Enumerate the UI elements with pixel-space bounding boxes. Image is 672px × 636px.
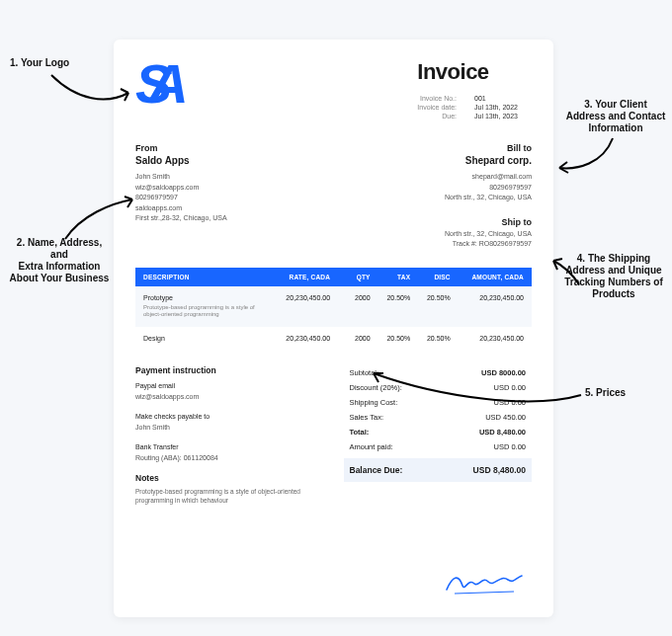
paid-label: Amount paid: [350, 442, 393, 451]
row-tax: 20.50% [371, 294, 411, 301]
checks-value: John Smith [135, 423, 324, 434]
arrow-icon [553, 134, 623, 178]
invoice-title: Invoice [417, 59, 532, 85]
notes-text: Prototype-based programming is a style o… [135, 487, 323, 505]
billto-heading: Bill to [445, 143, 532, 153]
from-line: wiz@saldoapps.com [135, 183, 227, 194]
row-disc: 20.50% [410, 294, 451, 301]
annotation-2: 2. Name, Address, and Extra Information … [0, 237, 119, 284]
from-line: 80296979597 [135, 193, 227, 203]
invoice-date-label: Invoice date: [417, 104, 457, 111]
invoice-no-label: Invoice No.: [420, 95, 457, 102]
bank-value: Routing (ABA): 061120084 [135, 453, 324, 464]
invoice-card: SA Invoice Invoice No.:001 Invoice date:… [114, 40, 553, 617]
row-rate: 20,230,450.00 [264, 335, 331, 342]
subtotal-label: Subtotal: [350, 368, 379, 377]
th-qty: QTY [330, 274, 371, 280]
table-header: DESCRIPTION RATE, CADA QTY TAX DISC AMOU… [135, 268, 532, 286]
invoice-date: Jul 13th, 2022 [474, 104, 532, 111]
th-amount: AMOUNT, CADA [451, 274, 524, 280]
billto-line: North str., 32, Chicago, USA [445, 193, 532, 203]
shipping-label: Shipping Cost: [350, 398, 398, 407]
from-line: saldoapps.com [135, 203, 227, 214]
total-label: Total: [350, 428, 370, 437]
paid-value: USD 0.00 [493, 442, 526, 451]
balance-label: Balance Due: [350, 465, 403, 475]
th-tax: TAX [371, 274, 411, 280]
from-company: Saldo Apps [135, 155, 227, 166]
logo: SA [135, 59, 183, 121]
from-block: From Saldo Apps John Smith wiz@saldoapps… [135, 143, 227, 250]
th-disc: DISC [410, 274, 451, 280]
annotation-5: 5. Prices [585, 387, 626, 399]
th-rate: RATE, CADA [264, 274, 331, 280]
row-tax: 20.50% [371, 335, 411, 342]
line-items-table: DESCRIPTION RATE, CADA QTY TAX DISC AMOU… [135, 268, 532, 351]
shipto-line: Track #: RO80296979597 [445, 239, 532, 250]
paypal-value: wiz@saldoapps.com [135, 392, 324, 403]
tax-value: USD 450.00 [485, 413, 526, 422]
row-qty: 2000 [330, 294, 371, 301]
billto-block: Bill to Shepard corp. shepard@mail.com 8… [445, 143, 532, 250]
invoice-meta: Invoice No.:001 Invoice date:Jul 13th, 2… [417, 95, 532, 119]
shipping-value: USD 0.00 [493, 398, 526, 407]
table-row: Prototype Prototype-based programming is… [135, 286, 532, 328]
from-lines: John Smith wiz@saldoapps.com 80296979597… [135, 172, 227, 224]
row-sub: Prototype-based programming is a style o… [143, 304, 264, 320]
row-amt: 20,230,450.00 [451, 335, 524, 342]
paypal-label: Paypal email [135, 381, 324, 392]
bank-label: Bank Transfer [135, 442, 324, 453]
row-rate: 20,230,450.00 [264, 294, 331, 301]
invoice-due: Jul 13th, 2023 [474, 113, 532, 119]
from-line: First str.,28-32, Chicago, USA [135, 213, 227, 224]
notes-heading: Notes [135, 473, 324, 483]
billto-line: shepard@mail.com [445, 172, 532, 183]
invoice-no: 001 [474, 95, 532, 102]
th-description: DESCRIPTION [143, 274, 264, 280]
row-amt: 20,230,450.00 [451, 294, 524, 301]
shipto-heading: Ship to [445, 217, 532, 227]
notes-block: Notes Prototype-based programming is a s… [135, 473, 324, 505]
annotation-3: 3. Your Client Address and Contact Infor… [561, 99, 670, 134]
row-desc: Design [143, 335, 264, 342]
row-disc: 20.50% [410, 335, 451, 342]
billto-company: Shepard corp. [445, 155, 532, 166]
tax-label: Sales Tax: [350, 413, 383, 422]
totals-block: Subtotal:USD 8000.00 Discount (20%):USD … [344, 365, 533, 505]
payment-heading: Payment instruction [135, 365, 324, 375]
annotation-4: 4. The Shipping Address and Unique Track… [555, 253, 672, 300]
shipto-block: Ship to North str., 32, Chicago, USA Tra… [445, 217, 532, 250]
annotation-1: 1. Your Logo [10, 57, 69, 69]
discount-value: USD 0.00 [493, 383, 526, 392]
total-value: USD 8,480.00 [479, 428, 526, 437]
signature [445, 568, 524, 599]
subtotal-value: USD 8000.00 [481, 368, 526, 377]
invoice-header: Invoice Invoice No.:001 Invoice date:Jul… [417, 59, 532, 121]
table-row: Design 20,230,450.00 2000 20.50% 20.50% … [135, 327, 532, 350]
invoice-due-label: Due: [442, 113, 457, 119]
balance-value: USD 8,480.00 [473, 465, 526, 475]
from-heading: From [135, 143, 227, 153]
checks-label: Make checks payable to [135, 412, 324, 423]
row-desc: Prototype [143, 294, 264, 301]
payment-instruction: Payment instruction Paypal emailwiz@sald… [135, 365, 324, 505]
shipto-line: North str., 32, Chicago, USA [445, 229, 532, 240]
from-line: John Smith [135, 172, 227, 183]
discount-label: Discount (20%): [350, 383, 402, 392]
billto-line: 80296979597 [445, 183, 532, 194]
row-qty: 2000 [330, 335, 371, 342]
